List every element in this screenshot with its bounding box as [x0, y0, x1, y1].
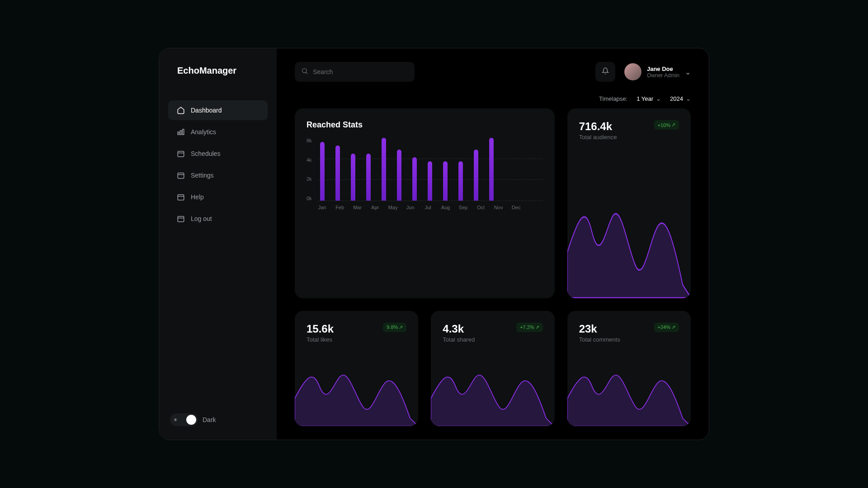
sidebar-item-label: Settings	[191, 172, 214, 179]
delta-badge: +24% ↗	[654, 323, 679, 332]
sidebar: EchoManager Dashboard Analytics Schedule…	[159, 48, 277, 440]
sparkline	[431, 355, 554, 426]
filter-bar: Timelapse: 1 Year ⌄ 2024 ⌄	[295, 95, 691, 102]
search-input[interactable]	[313, 68, 408, 75]
y-tick: 2k	[307, 176, 312, 182]
sidebar-item-logout[interactable]: Log out	[168, 209, 268, 229]
chevron-down-icon: ⌄	[686, 95, 691, 102]
timelapse-label: Timelapse:	[599, 95, 627, 102]
sun-icon: ☀	[173, 417, 178, 423]
chart-icon	[176, 127, 185, 136]
stat-value: 4.3k	[443, 323, 475, 335]
svg-rect-0	[178, 132, 179, 135]
trend-up-icon: ↗	[535, 324, 539, 330]
x-tick: Apr	[371, 205, 380, 210]
sidebar-item-label: Dashboard	[191, 107, 222, 114]
x-tick: Jul	[424, 205, 433, 210]
theme-label: Dark	[203, 416, 216, 423]
trend-up-icon: ↗	[671, 324, 675, 330]
app-logo: EchoManager	[168, 66, 268, 76]
bar[interactable]	[428, 161, 432, 201]
bar[interactable]	[489, 138, 494, 201]
bar[interactable]	[443, 161, 448, 201]
bar[interactable]	[351, 154, 355, 201]
reached-stats-card: Reached Stats 8k 4k 2k 0k JanFebMarAprMa…	[295, 108, 555, 298]
theme-toggle[interactable]: ☀	[170, 413, 198, 426]
bar[interactable]	[412, 157, 417, 201]
x-tick: Oct	[476, 205, 486, 210]
sidebar-item-dashboard[interactable]: Dashboard	[168, 100, 268, 120]
notifications-button[interactable]	[595, 62, 615, 82]
delta-badge: +10% ↗	[654, 120, 679, 130]
x-tick: Jan	[318, 205, 327, 210]
delta-badge: 9.8% ↗	[383, 323, 406, 332]
year-value: 2024	[670, 95, 683, 102]
bar[interactable]	[320, 142, 325, 201]
reached-bar-chart: 8k 4k 2k 0k JanFebMarAprMayJunJulAugSepO…	[307, 138, 543, 215]
timelapse-select[interactable]: 1 Year ⌄	[637, 95, 661, 102]
x-tick: Nov	[494, 205, 503, 210]
topbar: Jane Doe Owner Admin ⌄	[295, 62, 691, 82]
sidebar-item-schedules[interactable]: Schedules	[168, 144, 268, 164]
svg-rect-3	[178, 151, 184, 157]
profile-menu[interactable]: Jane Doe Owner Admin ⌄	[624, 63, 691, 80]
bar[interactable]	[382, 138, 386, 201]
svg-rect-5	[178, 173, 184, 178]
bar[interactable]	[335, 145, 340, 201]
x-tick: Feb	[335, 205, 344, 210]
bar[interactable]	[458, 161, 463, 201]
stat-label: Total audience	[579, 134, 617, 141]
sparkline	[295, 355, 418, 426]
calendar-icon	[176, 214, 185, 223]
sidebar-item-help[interactable]: Help	[168, 187, 268, 207]
sparkline	[567, 180, 691, 298]
svg-rect-2	[183, 129, 184, 135]
main-content: Jane Doe Owner Admin ⌄ Timelapse: 1 Year…	[277, 48, 709, 440]
bar[interactable]	[366, 154, 371, 201]
x-axis: JanFebMarAprMayJunJulAugSepOctNovDec	[318, 201, 543, 210]
chevron-down-icon: ⌄	[656, 95, 661, 102]
bar[interactable]	[397, 150, 401, 201]
x-tick: Aug	[441, 205, 450, 210]
year-select[interactable]: 2024 ⌄	[670, 95, 691, 102]
delta-badge: +7.2%↗	[516, 323, 543, 332]
svg-point-11	[302, 69, 307, 73]
theme-switcher: ☀ Dark	[168, 413, 268, 426]
sidebar-item-settings[interactable]: Settings	[168, 165, 268, 185]
bar[interactable]	[474, 150, 478, 201]
bell-icon	[602, 67, 609, 76]
sparkline	[567, 355, 691, 426]
audience-card: 716.4k Total audience +10% ↗	[567, 108, 691, 298]
search-icon	[301, 67, 308, 76]
sidebar-item-label: Log out	[191, 215, 212, 222]
sidebar-item-label: Help	[191, 193, 204, 201]
y-tick: 4k	[307, 157, 312, 163]
svg-line-12	[306, 72, 307, 74]
y-axis: 8k 4k 2k 0k	[307, 138, 315, 201]
stat-value: 15.6k	[307, 323, 334, 335]
user-role: Owner Admin	[647, 72, 679, 79]
card-title: Reached Stats	[307, 120, 543, 130]
timelapse-value: 1 Year	[637, 95, 653, 102]
home-icon	[176, 106, 185, 115]
user-name: Jane Doe	[647, 66, 679, 72]
x-tick: Dec	[512, 205, 521, 210]
x-tick: Jun	[406, 205, 415, 210]
stat-label: Total comments	[579, 336, 620, 343]
search-box[interactable]	[295, 62, 415, 82]
calendar-icon	[176, 149, 185, 158]
stat-label: Total likes	[307, 336, 334, 343]
y-tick: 0k	[307, 196, 312, 201]
calendar-icon	[176, 171, 185, 180]
dashboard-grid: Reached Stats 8k 4k 2k 0k JanFebMarAprMa…	[295, 108, 691, 426]
bar-area	[318, 138, 543, 201]
nav: Dashboard Analytics Schedules Settings H…	[168, 100, 268, 229]
chevron-down-icon: ⌄	[685, 68, 691, 76]
stat-value: 23k	[579, 323, 620, 335]
x-tick: May	[388, 205, 397, 210]
toggle-knob	[186, 415, 196, 425]
avatar	[624, 63, 642, 80]
svg-rect-1	[180, 131, 182, 135]
sidebar-item-analytics[interactable]: Analytics	[168, 122, 268, 142]
x-tick: Mar	[353, 205, 362, 210]
